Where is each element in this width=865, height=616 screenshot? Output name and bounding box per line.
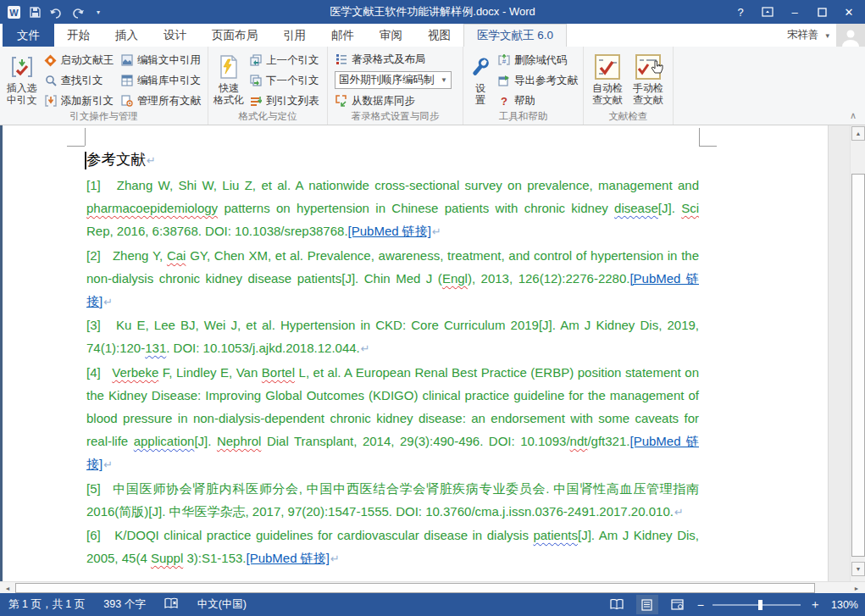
find-label: 查找引文: [61, 74, 103, 88]
group-tools-help: 设置 # 删除域代码 导出参考文献 ? 帮助 工具和帮助: [463, 47, 584, 125]
undo-icon[interactable]: [48, 4, 64, 19]
edit-library-citation-button[interactable]: 编辑库中引文: [117, 70, 204, 91]
auto-check-references-button[interactable]: 自动检查文献: [587, 49, 628, 110]
customize-qat-icon[interactable]: ▾: [91, 4, 106, 19]
language-indicator[interactable]: 中文(中国): [197, 597, 247, 612]
paragraph-mark: ↵: [360, 342, 370, 355]
collapse-ribbon-icon[interactable]: ∧: [850, 110, 857, 121]
help-titlebar-icon[interactable]: ?: [728, 2, 753, 22]
delete-field-codes-button[interactable]: # 删除域代码: [494, 50, 581, 70]
launch-app-icon: [44, 53, 58, 67]
redo-icon[interactable]: [69, 4, 85, 19]
ribbon-display-options-icon[interactable]: [755, 2, 780, 22]
citation-style-layout-button[interactable]: 著录格式及布局: [331, 49, 430, 69]
horizontal-scroll-thumb[interactable]: [15, 583, 815, 593]
citation-style-value: 国外期刊顺序编码制: [339, 73, 435, 87]
word-logo-icon[interactable]: W: [6, 4, 21, 19]
vertical-scrollbar[interactable]: ▲ ▼: [850, 125, 865, 581]
export-refs-label: 导出参考文献: [514, 74, 578, 88]
tab-医学文献王 6.0[interactable]: 医学文献王 6.0: [463, 24, 567, 47]
proofing-status-icon[interactable]: [164, 597, 179, 612]
word-count[interactable]: 393 个字: [103, 597, 145, 612]
tab-页面布局[interactable]: 页面布局: [199, 24, 270, 47]
horizontal-scrollbar[interactable]: ◄ ►: [0, 581, 865, 593]
paragraph-mark: ↵: [103, 296, 113, 308]
page-indicator[interactable]: 第 1 页，共 1 页: [8, 597, 85, 612]
group-format-navigate: 快速格式化 上一个引文 下一个引文 到引文列表 格式化与: [208, 47, 328, 125]
sync-from-database-button[interactable]: 从数据库同步: [331, 91, 419, 111]
manage-all-references-button[interactable]: 管理所有文献: [117, 91, 204, 111]
reference-text: Rep, 2016, 6:38768. DOI: 10.1038/srep387…: [86, 224, 348, 238]
insert-selected-citation-button[interactable]: 插入选中引文: [3, 49, 41, 110]
previous-citation-button[interactable]: 上一个引文: [246, 50, 323, 70]
paragraph-mark: ↵: [431, 225, 441, 238]
tab-文件[interactable]: 文件: [3, 24, 54, 47]
title-bar: W ▾ 医学文献王软件功能讲解样例.docx - Word ? – ✕: [0, 0, 865, 24]
scroll-down-button[interactable]: ▼: [851, 562, 865, 576]
help-button[interactable]: ? 帮助: [494, 91, 581, 111]
tab-视图[interactable]: 视图: [415, 24, 463, 47]
tab-引用[interactable]: 引用: [270, 24, 319, 47]
avatar[interactable]: [836, 24, 865, 47]
next-citation-button[interactable]: 下一个引文: [246, 70, 323, 91]
pubmed-link[interactable]: [PubMed 链接]: [348, 224, 431, 238]
tab-开始[interactable]: 开始: [54, 24, 103, 47]
group-label-check: 文献检查: [584, 110, 673, 123]
vertical-scroll-thumb[interactable]: [851, 174, 865, 557]
manage-all-label: 管理所有文献: [137, 94, 201, 108]
tab-插入[interactable]: 插入: [103, 24, 151, 47]
scroll-right-button[interactable]: ►: [851, 583, 862, 593]
previous-pages-icon: [249, 53, 263, 67]
zoom-slider[interactable]: [713, 604, 801, 606]
edit-picture-icon: [120, 53, 134, 67]
zoom-slider-thumb[interactable]: [758, 600, 762, 610]
minimize-icon[interactable]: –: [782, 2, 807, 22]
scroll-left-button[interactable]: ◄: [2, 583, 14, 593]
group-citation-management: 插入选中引文 启动文献王 查找引文 添加新引文: [0, 47, 208, 125]
zoom-in-icon[interactable]: ＋: [809, 597, 821, 613]
export-references-button[interactable]: 导出参考文献: [494, 70, 581, 91]
references: [1] Zhang W, Shi W, Liu Z, et al. A nati…: [86, 174, 699, 570]
zoom-level[interactable]: 130%: [829, 599, 858, 611]
user-dropdown-icon[interactable]: ▾: [825, 31, 829, 40]
tab-审阅[interactable]: 审阅: [367, 24, 415, 47]
crop-mark-top-left-h: [67, 146, 85, 147]
previous-citation-label: 上一个引文: [266, 53, 319, 68]
settings-label-2: 置: [475, 94, 485, 106]
reference-text: ), 2013, 126(12):2276-2280.: [468, 271, 630, 286]
reference-text: [J].: [658, 201, 681, 215]
document-canvas[interactable]: 参考文献↵ [1] Zhang W, Shi W, Liu Z, et al. …: [0, 125, 865, 581]
settings-button[interactable]: 设置: [467, 49, 494, 110]
edit-library-label: 编辑库中引文: [137, 74, 201, 88]
quick-format-button[interactable]: 快速格式化: [212, 49, 246, 110]
zoom-out-icon[interactable]: −: [697, 598, 704, 612]
print-layout-icon[interactable]: [636, 595, 658, 614]
maximize-icon[interactable]: [809, 2, 835, 22]
read-mode-icon[interactable]: [606, 595, 628, 614]
reference-text: patients: [533, 528, 578, 542]
settings-label-1: 设: [475, 82, 485, 94]
add-new-citation-button[interactable]: 添加新引文: [41, 91, 118, 111]
svg-text:#: #: [502, 58, 507, 65]
go-to-citation-list-button[interactable]: 到引文列表: [246, 91, 323, 111]
pubmed-link[interactable]: [PubMed 链接]: [247, 551, 330, 565]
launch-literature-king-button[interactable]: 启动文献王: [41, 50, 118, 70]
save-icon[interactable]: [27, 4, 42, 19]
citation-style-dropdown[interactable]: 国外期刊顺序编码制 ▼: [335, 71, 452, 89]
find-citation-button[interactable]: 查找引文: [41, 70, 118, 91]
scroll-up-button[interactable]: ▲: [851, 126, 865, 141]
edit-intext-citation-button[interactable]: 编辑文中引用: [117, 50, 204, 70]
manual-check-references-button[interactable]: 手动检查文献: [628, 49, 668, 110]
heading-text: 参考文献: [86, 151, 146, 168]
reference-item: [3] Ku E, Lee BJ, Wei J, et al. Hyperten…: [86, 314, 699, 360]
reference-text: /gft321.: [587, 434, 629, 448]
tab-邮件[interactable]: 邮件: [319, 24, 367, 47]
reference-item: [4] Verbeke F, Lindley E, Van Bortel L, …: [86, 361, 699, 477]
export-icon: [497, 74, 511, 87]
web-layout-icon[interactable]: [667, 595, 689, 614]
close-icon[interactable]: ✕: [836, 2, 862, 22]
tab-设计[interactable]: 设计: [151, 24, 199, 47]
user-name[interactable]: 宋祥善: [787, 28, 819, 42]
cursor-hand-icon: [651, 60, 664, 79]
chevron-down-icon: ▼: [441, 76, 447, 84]
